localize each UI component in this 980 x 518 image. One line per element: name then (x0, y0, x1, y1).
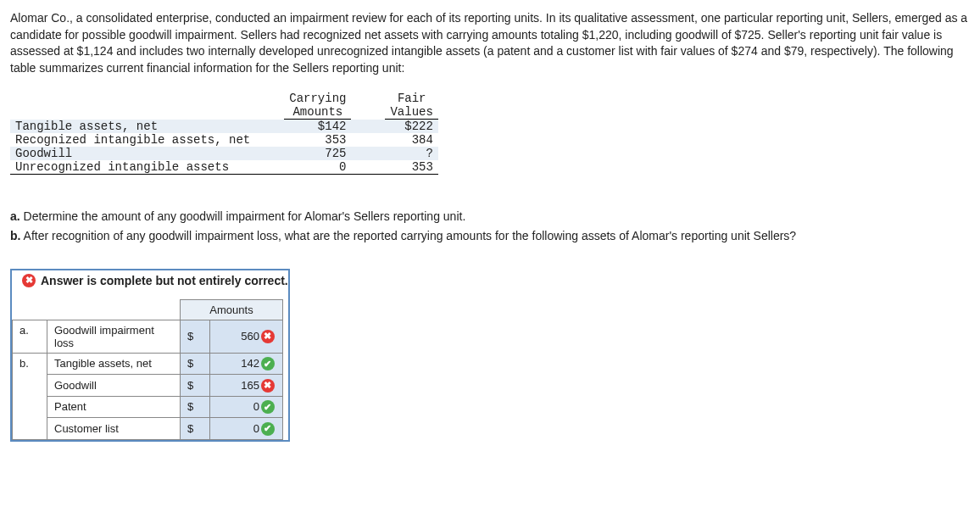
data-row-fair: 384 (385, 133, 437, 147)
answer-amount[interactable]: 560 (210, 320, 260, 353)
data-row: Goodwill725? (10, 147, 438, 160)
answer-amount[interactable]: 142 (210, 353, 260, 375)
answer-row: Goodwill$165✖ (13, 375, 283, 397)
answer-amount[interactable]: 165 (210, 375, 260, 397)
data-row-fair: $222 (385, 120, 437, 134)
answer-row-label: Goodwill impairment loss (47, 320, 181, 353)
col-header-fair: Fair Values (385, 92, 437, 120)
x-icon: ✖ (261, 379, 275, 393)
answer-row-label: Customer list (47, 418, 181, 440)
check-icon: ✔ (261, 357, 275, 370)
data-row: Recognized intangible assets, net353384 (10, 133, 438, 147)
currency-symbol: $ (181, 353, 210, 375)
answer-row-letter (13, 375, 47, 397)
currency-symbol: $ (181, 375, 210, 397)
x-icon: ✖ (22, 274, 36, 287)
answer-row-letter: b. (13, 353, 47, 375)
answer-box: ✖ Answer is complete but not entirely co… (10, 269, 290, 442)
data-row-fair: 353 (385, 160, 437, 175)
answer-banner: ✖ Answer is complete but not entirely co… (12, 270, 288, 299)
problem-description: Alomar Co., a consolidated enterprise, c… (10, 10, 970, 76)
answer-table: Amounts a.Goodwill impairment loss$560✖b… (12, 299, 283, 440)
answer-amount[interactable]: 0 (210, 418, 260, 440)
check-icon: ✔ (261, 422, 275, 436)
data-row-label: Goodwill (10, 147, 284, 160)
answer-row-label: Patent (47, 396, 181, 418)
answer-row: a.Goodwill impairment loss$560✖ (13, 320, 283, 353)
data-row-label: Unrecognized intangible assets (10, 160, 284, 175)
data-row-carrying: $142 (284, 120, 351, 134)
answer-row-letter: a. (13, 320, 47, 353)
data-row-carrying: 725 (284, 147, 351, 160)
col-header-carrying: Carrying Amounts (284, 92, 351, 120)
answer-row-letter (13, 396, 47, 418)
amounts-header: Amounts (181, 299, 283, 320)
answer-row-label: Tangible assets, net (47, 353, 181, 375)
banner-text: Answer is complete but not entirely corr… (41, 274, 288, 287)
q-a-text: Determine the amount of any goodwill imp… (20, 209, 466, 223)
data-row-carrying: 353 (284, 133, 351, 147)
answer-row: b.Tangible assets, net$142✔ (13, 353, 283, 375)
data-row-label: Tangible assets, net (10, 120, 284, 134)
currency-symbol: $ (181, 396, 210, 418)
data-row-carrying: 0 (284, 160, 351, 175)
currency-symbol: $ (181, 418, 210, 440)
answer-row-letter (13, 418, 47, 440)
currency-symbol: $ (181, 320, 210, 353)
answer-row: Patent$0✔ (13, 396, 283, 418)
x-icon: ✖ (261, 330, 275, 343)
q-b-text: After recognition of any goodwill impair… (20, 229, 796, 242)
answer-row-label: Goodwill (47, 375, 181, 397)
answer-amount[interactable]: 0 (210, 396, 260, 418)
questions-block: a. Determine the amount of any goodwill … (10, 209, 970, 244)
data-row: Tangible assets, net$142$222 (10, 120, 438, 134)
data-row-label: Recognized intangible assets, net (10, 133, 284, 147)
answer-row: Customer list$0✔ (13, 418, 283, 440)
check-icon: ✔ (261, 400, 275, 414)
q-a-label: a. (10, 209, 20, 223)
data-row: Unrecognized intangible assets0353 (10, 160, 438, 175)
data-row-fair: ? (385, 147, 437, 160)
q-b-label: b. (10, 229, 20, 242)
data-table: Carrying Amounts Fair Values Tangible as… (10, 92, 438, 175)
